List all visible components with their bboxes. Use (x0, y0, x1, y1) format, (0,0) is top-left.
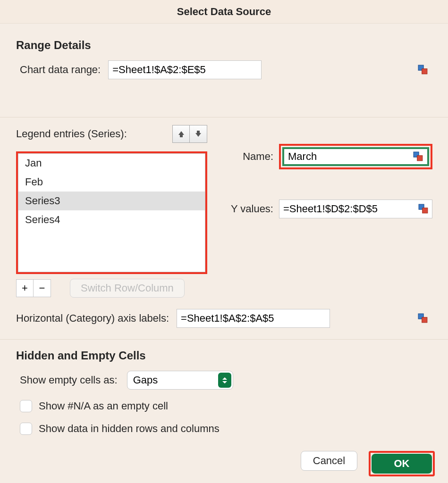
horizontal-axis-label: Horizontal (Category) axis labels: (16, 312, 169, 325)
series-name-input[interactable] (284, 149, 427, 164)
range-selector-icon[interactable] (418, 65, 428, 75)
legend-listbox-highlight: Jan Feb Series3 Series4 (16, 151, 207, 274)
svg-rect-1 (422, 69, 427, 74)
range-details-heading: Range Details (16, 39, 432, 52)
dialog-title: Select Data Source (0, 0, 448, 24)
show-empty-select[interactable]: Gaps (127, 371, 233, 390)
remove-series-button[interactable]: − (34, 280, 51, 297)
hidden-empty-heading: Hidden and Empty Cells (16, 349, 432, 362)
list-item[interactable]: Feb (18, 173, 205, 192)
series-name-label: Name: (226, 150, 273, 163)
move-series-down-button[interactable] (190, 125, 207, 142)
svg-rect-6 (418, 314, 423, 319)
series-name-highlight (279, 144, 432, 169)
legend-listbox[interactable]: Jan Feb Series3 Series4 (18, 153, 205, 272)
y-values-label: Y values: (226, 203, 273, 215)
chart-data-range-input[interactable] (108, 60, 262, 79)
move-series-up-button[interactable] (173, 125, 190, 142)
show-empty-label: Show empty cells as: (20, 374, 118, 386)
ok-button[interactable]: OK (372, 454, 432, 474)
ok-button-highlight: OK (369, 451, 435, 476)
show-na-checkbox[interactable] (20, 400, 32, 412)
add-series-button[interactable]: + (17, 280, 34, 297)
svg-rect-7 (422, 317, 427, 323)
list-item[interactable]: Series3 (18, 192, 205, 210)
horizontal-axis-input[interactable] (177, 309, 330, 328)
svg-rect-0 (418, 65, 423, 70)
show-hidden-rows-label: Show data in hidden rows and columns (39, 423, 220, 435)
list-item[interactable]: Series4 (18, 210, 205, 229)
legend-entries-label: Legend entries (Series): (16, 128, 127, 140)
show-hidden-rows-checkbox[interactable] (20, 423, 32, 435)
list-item[interactable]: Jan (18, 154, 205, 173)
range-selector-icon[interactable] (418, 313, 428, 324)
show-na-label: Show #N/A as an empty cell (39, 400, 168, 412)
cancel-button[interactable]: Cancel (301, 451, 357, 471)
chart-data-range-label: Chart data range: (20, 64, 101, 76)
y-values-input[interactable] (279, 200, 432, 218)
switch-row-column-button: Switch Row/Column (70, 279, 185, 298)
